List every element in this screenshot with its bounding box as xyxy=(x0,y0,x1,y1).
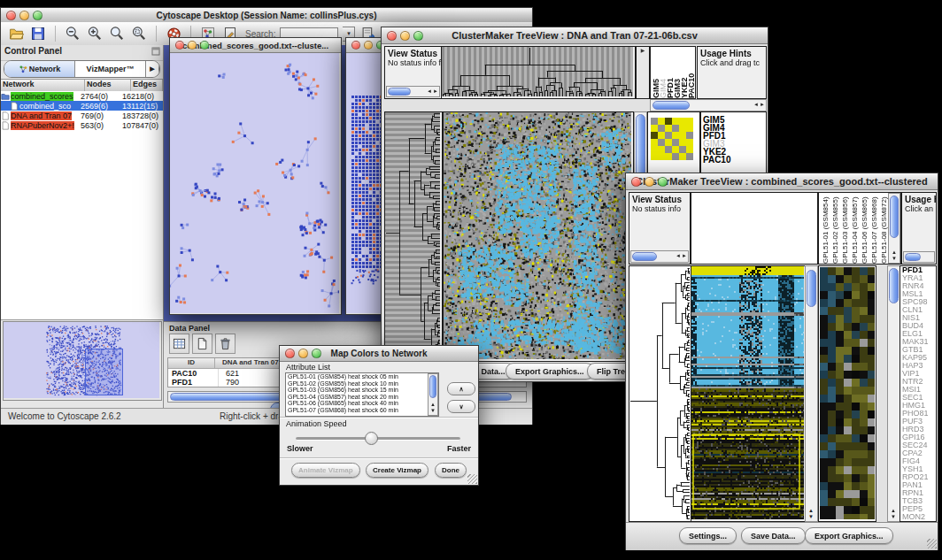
mini-hscrollbar[interactable]: ◄ ► xyxy=(650,99,767,111)
titlebar-network-view[interactable]: combined_scores_good.txt--cluste... xyxy=(170,38,341,53)
titlebar-main[interactable]: Cytoscape Desktop (Session Name: collins… xyxy=(1,8,532,23)
column-label[interactable]: GIM4 xyxy=(660,47,667,98)
zoomed-heatmap[interactable] xyxy=(820,267,875,519)
column-label[interactable]: GPL51-07 (GSM868) xyxy=(869,193,879,264)
attribute-item[interactable]: GPL51-03 (GSM856) heat shock 15 min xyxy=(286,387,438,394)
scrollbar-thumb[interactable] xyxy=(807,270,816,307)
float-panel-icon[interactable] xyxy=(151,47,160,58)
column-header-edges[interactable]: Edges xyxy=(131,80,163,91)
gene-label[interactable]: PAC10 xyxy=(701,156,766,164)
select-attributes-button[interactable] xyxy=(169,334,189,354)
close-button[interactable] xyxy=(175,41,184,50)
window-treeview-combined[interactable]: ClusterMaker TreeView : combined_scores_… xyxy=(625,173,938,550)
scrollbar-thumb[interactable] xyxy=(905,253,921,261)
dialog-button[interactable]: Done xyxy=(435,463,467,478)
attribute-list-scrollbar[interactable]: ▲ ▼ xyxy=(428,373,438,416)
column-label[interactable]: GPL51-02 (GSM855) xyxy=(830,193,840,264)
minimize-button[interactable] xyxy=(188,41,197,50)
column-label[interactable]: PFD1 xyxy=(667,47,674,98)
scrollbar-thumb[interactable] xyxy=(890,196,899,238)
dialog-button[interactable]: Animate Vizmap xyxy=(291,463,360,478)
scrollbar-thumb[interactable] xyxy=(429,375,436,398)
scroll-left-arrow[interactable]: ◄ xyxy=(676,253,681,258)
row-dendrogram[interactable] xyxy=(629,266,690,519)
control-panel-tab[interactable]: Network xyxy=(4,61,75,77)
column-label[interactable]: GPL51-01 (GSM854) xyxy=(821,193,830,264)
close-button[interactable] xyxy=(6,11,16,20)
close-button[interactable] xyxy=(387,31,397,41)
move-down-button[interactable]: ∨ xyxy=(447,400,475,413)
action-button[interactable]: Export Graphics... xyxy=(506,363,594,380)
maximize-button[interactable] xyxy=(658,177,668,187)
scroll-up-arrow[interactable]: ▲ xyxy=(892,249,897,255)
scrollbar-thumb[interactable] xyxy=(388,88,411,96)
scroll-up-arrow[interactable]: ▲ xyxy=(891,508,896,513)
column-label[interactable]: PAC10 xyxy=(688,47,695,98)
column-label[interactable]: GPL51-03 (GSM856) xyxy=(840,193,850,264)
heatmap-vscrollbar[interactable]: ▲ ▼ xyxy=(805,265,818,522)
action-button[interactable]: Save Data... xyxy=(741,527,806,544)
close-button[interactable] xyxy=(351,41,360,50)
scroll-left-arrow[interactable]: ◄ xyxy=(427,88,432,94)
view-status-scrollbar[interactable]: ◄ ► xyxy=(386,86,440,97)
network-list-row[interactable]: combined_scores 2764(0) 16218(0) xyxy=(1,91,163,101)
column-label[interactable]: GIM5 xyxy=(652,47,660,98)
id-column-header[interactable]: ID xyxy=(168,358,215,368)
column-header-network[interactable]: Network xyxy=(1,80,85,91)
titlebar-treeview-combined[interactable]: ClusterMaker TreeView : combined_scores_… xyxy=(626,173,938,190)
network-list-row[interactable]: combined_sco 2569(6) 13112(15) xyxy=(1,101,163,111)
column-header-nodes[interactable]: Nodes xyxy=(85,80,131,91)
scroll-down-arrow[interactable]: ▼ xyxy=(891,514,896,519)
scroll-left-arrow[interactable]: ◄ xyxy=(753,102,759,107)
titlebar-treeview-dna[interactable]: ClusterMaker TreeView : DNA and Tran 07-… xyxy=(382,27,768,44)
open-session-button[interactable] xyxy=(7,25,25,42)
slider-thumb[interactable] xyxy=(365,432,378,445)
minimize-button[interactable] xyxy=(645,177,654,187)
scroll-down-arrow[interactable]: ▼ xyxy=(892,256,897,261)
scrollbar-thumb[interactable] xyxy=(889,268,899,303)
row-dendrogram[interactable] xyxy=(385,112,440,359)
column-dendrogram-panel[interactable] xyxy=(691,192,818,265)
scrollbar-thumb[interactable] xyxy=(652,101,690,110)
network-table-header[interactable]: Network Nodes Edges xyxy=(1,79,163,92)
scroll-down-arrow[interactable]: ▼ xyxy=(808,514,814,519)
attribute-item[interactable]: GPL51-04 (GSM857) heat shock 20 min xyxy=(286,394,438,401)
column-label[interactable]: GPL51-06 (GSM865) xyxy=(860,193,869,264)
zoom-out-button[interactable] xyxy=(64,25,81,42)
create-attribute-button[interactable] xyxy=(192,334,212,354)
maximize-button[interactable] xyxy=(413,31,423,41)
column-dendrogram[interactable] xyxy=(442,47,633,96)
action-button[interactable]: Export Graphics... xyxy=(805,527,893,544)
splitter-strip[interactable]: ▶ xyxy=(636,46,650,99)
view-status-scrollbar[interactable]: ◄ ► xyxy=(630,250,689,263)
scroll-up-arrow[interactable]: ▲ xyxy=(808,508,814,513)
delete-attribute-button[interactable] xyxy=(215,334,236,354)
column-label[interactable]: GIM3 xyxy=(674,47,681,98)
save-session-button[interactable] xyxy=(29,25,47,42)
attribute-listbox[interactable]: GPL51-01 (GSM854) heat shock 05 minGPL51… xyxy=(285,372,439,417)
attribute-item[interactable]: GPL51-01 (GSM854) heat shock 05 min xyxy=(286,373,438,380)
dialog-map-colors[interactable]: Map Colors to Network Attribute List GPL… xyxy=(279,345,479,486)
dialog-button[interactable]: Create Vizmap xyxy=(366,463,429,478)
maximize-button[interactable] xyxy=(312,349,321,358)
close-button[interactable] xyxy=(285,349,295,358)
expression-heatmap[interactable] xyxy=(691,266,804,519)
network-list-row[interactable]: DNA and Tran 07 769(0) 183728(0) xyxy=(1,111,163,120)
resize-grip[interactable] xyxy=(467,474,477,484)
control-panel-tab[interactable]: VizMapper™ xyxy=(75,61,146,77)
network-graph-view[interactable] xyxy=(170,53,339,313)
column-label[interactable]: YKE2 xyxy=(681,47,688,98)
attribute-item[interactable]: GPL51-06 (GSM865) heat shock 40 min xyxy=(286,400,438,407)
zoom-selected-button[interactable] xyxy=(108,25,126,42)
network-list-row[interactable]: RNAPuberNov2+! 563(0) 107847(0) xyxy=(1,120,163,130)
move-up-button[interactable]: ∧ xyxy=(447,382,475,395)
usage-hints-scrollbar[interactable] xyxy=(903,251,935,263)
scroll-right-arrow[interactable]: ► xyxy=(682,253,687,258)
titlebar-map-colors[interactable]: Map Colors to Network xyxy=(280,346,478,362)
gene-label[interactable]: MON2 xyxy=(900,513,936,521)
expression-heatmap[interactable] xyxy=(444,112,631,359)
resize-grip[interactable] xyxy=(927,539,937,548)
column-labels-scrollbar[interactable]: ▲ ▼ xyxy=(888,193,900,264)
window-network-view[interactable]: combined_scores_good.txt--cluste... xyxy=(169,37,342,315)
scroll-up-arrow[interactable]: ▲ xyxy=(430,402,436,407)
